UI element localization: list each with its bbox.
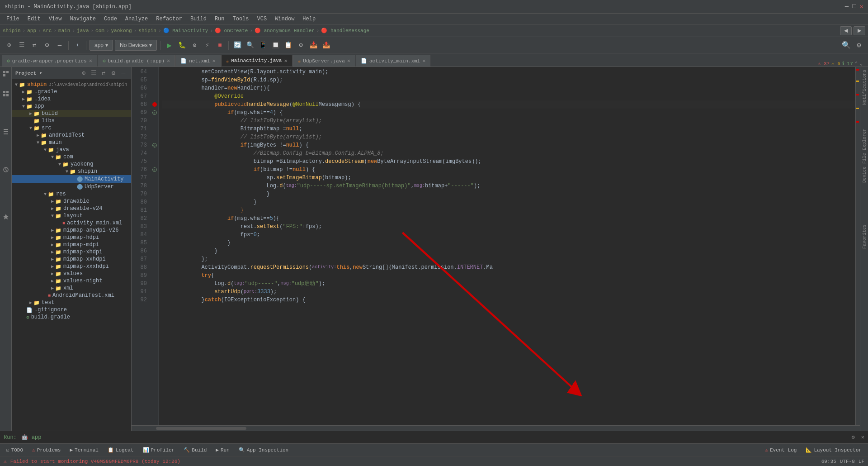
horizontal-scrollbar[interactable] xyxy=(132,425,860,431)
tree-mipmap-xxxhdpi[interactable]: ▶📁mipmap-xxxhdpi xyxy=(12,263,131,270)
bottom-tab-run[interactable]: ▶ Run xyxy=(213,446,232,454)
tree-yaokong[interactable]: ▼ 📁 yaokong xyxy=(12,161,131,168)
tab-close[interactable]: ✕ xyxy=(89,57,92,64)
tree-drawable-v24[interactable]: ▶📁drawable-v24 xyxy=(12,205,131,212)
tree-idea[interactable]: ▶ 📁 .idea xyxy=(12,95,131,103)
tab-net-xml[interactable]: 📄 net.xml ✕ xyxy=(175,55,220,67)
breadcrumb-mainactivity[interactable]: 🔵 MainActivity xyxy=(163,28,208,33)
menu-refactor[interactable]: Refactor xyxy=(152,15,186,23)
breakpoint-68[interactable] xyxy=(152,102,157,107)
tree-build[interactable]: ▶ 📁 build xyxy=(12,110,131,117)
resource-manager-icon[interactable] xyxy=(1,89,11,99)
tab-close[interactable]: ✕ xyxy=(212,57,215,64)
run-with-coverage[interactable]: ⚙ xyxy=(189,40,200,51)
tree-mipmap-xhdpi[interactable]: ▶📁mipmap-xhdpi xyxy=(12,248,131,256)
menu-window[interactable]: Window xyxy=(271,15,298,23)
tree-res[interactable]: ▼ 📁 res xyxy=(12,190,131,198)
collapse-icon[interactable]: ⌄ xyxy=(859,61,863,67)
maximize-button[interactable]: □ xyxy=(852,3,856,10)
tree-java[interactable]: ▼ 📁 java xyxy=(12,146,131,153)
tab-gradle-wrapper[interactable]: ⚙ gradle-wrapper.properties ✕ xyxy=(2,55,97,67)
favorites-icon[interactable] xyxy=(1,212,11,222)
menu-run[interactable]: Run xyxy=(211,15,228,23)
toolbar-settings[interactable]: ⚙ xyxy=(42,40,52,51)
app-selector-button[interactable]: app ▾ xyxy=(90,40,113,51)
code-editor[interactable]: setContentView(R.layout.activity_main); … xyxy=(159,67,855,425)
run-settings-icon[interactable]: ⚙ xyxy=(852,434,855,441)
tab-close[interactable]: ✕ xyxy=(284,57,287,64)
panel-icon-2[interactable]: ☰ xyxy=(90,69,98,77)
bottom-tab-todo[interactable]: ☑ TODO xyxy=(4,446,26,454)
menu-navigate[interactable]: Navigate xyxy=(66,15,99,23)
toolbar-icon-g[interactable]: ⚙ xyxy=(295,40,306,51)
expand-icon[interactable]: ⌃ xyxy=(855,61,858,67)
tree-build-gradle[interactable]: ⚙build.gradle xyxy=(12,314,131,321)
tree-values-night[interactable]: ▶📁values-night xyxy=(12,277,131,285)
debug-button[interactable]: 🐛 xyxy=(176,40,187,51)
breadcrumb-app[interactable]: app xyxy=(27,28,36,33)
minimize-button[interactable]: — xyxy=(845,3,849,10)
tree-values[interactable]: ▶📁values xyxy=(12,270,131,277)
menu-view[interactable]: View xyxy=(45,15,66,23)
breadcrumb-src[interactable]: src xyxy=(43,28,52,33)
toolbar-icon-2[interactable]: ☰ xyxy=(16,40,27,51)
tab-close[interactable]: ✕ xyxy=(167,57,170,64)
menu-edit[interactable]: Edit xyxy=(24,15,44,23)
tab-main-activity[interactable]: ☕ MainActivity.java ✕ xyxy=(221,55,292,67)
apply-changes[interactable]: ⚡ xyxy=(202,40,212,51)
scroll-thumb[interactable] xyxy=(156,427,246,430)
bottom-tab-layout-inspector[interactable]: 📐 Layout Inspector xyxy=(803,446,864,454)
tree-mipmap-mdpi[interactable]: ▶📁mipmap-mdpi xyxy=(12,241,131,248)
toolbar-collapse[interactable]: — xyxy=(54,40,65,51)
tree-androidtest[interactable]: ▶ 📁 androidTest xyxy=(12,132,131,139)
tab-close[interactable]: ✕ xyxy=(422,57,425,64)
tree-gitignore[interactable]: 📄.gitignore xyxy=(12,306,131,314)
breadcrumb-com[interactable]: com xyxy=(95,28,104,33)
run-button[interactable]: ▶ xyxy=(164,40,175,51)
tree-mipmap-xxhdpi[interactable]: ▶📁mipmap-xxhdpi xyxy=(12,256,131,263)
toolbar-icon-e[interactable]: 🔲 xyxy=(270,40,281,51)
tree-app[interactable]: ▼ 📁 app xyxy=(12,103,131,110)
tree-libs[interactable]: 📁 libs xyxy=(12,117,131,124)
device-file-explorer-label[interactable]: Device File Explorer xyxy=(860,126,868,185)
toolbar-gear[interactable]: ⚙ xyxy=(854,40,864,51)
breadcrumb-shipin[interactable]: shipin xyxy=(3,28,21,33)
tree-shipin-pkg[interactable]: ▼ 📁 shipin xyxy=(12,168,131,175)
bottom-tab-app-inspection[interactable]: 🔍 App Inspection xyxy=(236,446,291,454)
breadcrumb-yaokong[interactable]: yaokong xyxy=(111,28,132,33)
tree-mainactivity[interactable]: ⬤ MainActivity xyxy=(12,175,131,183)
tree-activity-main-xml[interactable]: ■activity_main.xml xyxy=(12,219,131,227)
tab-build-gradle[interactable]: ⚙ build.gradle (:app) ✕ xyxy=(98,55,175,67)
run-app-label[interactable]: app xyxy=(32,434,42,441)
tree-udpserver[interactable]: ⬤ UdpServer xyxy=(12,183,131,190)
tree-src[interactable]: ▼ 📁 src xyxy=(12,124,131,132)
bottom-tab-event-log[interactable]: ⚠ Event Log xyxy=(762,446,799,454)
breadcrumb-shipin2[interactable]: shipin xyxy=(138,28,156,33)
close-button[interactable]: ✕ xyxy=(860,3,863,10)
tree-drawable[interactable]: ▶📁drawable xyxy=(12,198,131,205)
toolbar-icon-1[interactable]: ⊕ xyxy=(4,40,14,51)
menu-build[interactable]: Build xyxy=(187,15,210,23)
tree-androidmanifest[interactable]: ■AndroidManifest.xml xyxy=(12,292,131,299)
run-close-icon[interactable]: ✕ xyxy=(861,434,864,441)
menu-analyze[interactable]: Analyze xyxy=(122,15,151,23)
bottom-tab-build[interactable]: 🔨 Build xyxy=(181,446,209,454)
favorites-label[interactable]: Favorites xyxy=(860,222,868,252)
toolbar-icon-3[interactable]: ⇄ xyxy=(29,40,40,51)
tree-root-shipin[interactable]: ▼ 📁 shipin D:\JAVAdevelop\android\shipin xyxy=(12,81,131,88)
tab-activity-main-xml[interactable]: 📄 activity_main.xml ✕ xyxy=(356,55,430,67)
bottom-tab-terminal[interactable]: ▶ Terminal xyxy=(67,446,101,454)
panel-icon-3[interactable]: ⇄ xyxy=(99,69,108,77)
tree-layout[interactable]: ▼📁layout xyxy=(12,212,131,219)
project-icon[interactable] xyxy=(1,69,11,79)
bottom-tab-problems[interactable]: ⚠ Problems xyxy=(29,446,63,454)
toolbar-icon-d[interactable]: 📱 xyxy=(257,40,268,51)
menu-vcs[interactable]: VCS xyxy=(254,15,271,23)
tab-udp-server[interactable]: ☕ UdpServer.java ✕ xyxy=(293,55,355,67)
tab-close[interactable]: ✕ xyxy=(347,57,350,64)
structure-icon[interactable] xyxy=(1,127,11,137)
panel-icon-settings[interactable]: ⚙ xyxy=(109,69,118,77)
breadcrumb-anon-handler[interactable]: 🔴 anonymous Handler xyxy=(255,28,315,33)
toolbar-icon-a[interactable]: ⬆ xyxy=(72,40,83,51)
tree-main[interactable]: ▼ 📁 main xyxy=(12,139,131,146)
